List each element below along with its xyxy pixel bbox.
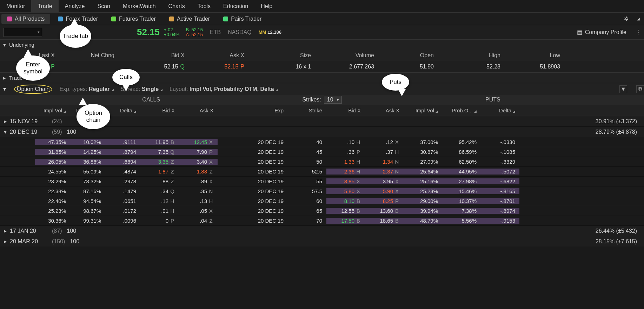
underlying-header: Last XNet ChngBid XAsk XSizeVolumeOpenHi… <box>0 50 644 61</box>
tab-label: Futures Trader <box>119 16 156 22</box>
tab-icon <box>169 17 174 21</box>
option-row[interactable]: 23.29%73.32%.2978.88Z.89X20 DEC 19553.85… <box>0 176 644 186</box>
tab-futures-trader[interactable]: Futures Trader <box>106 14 161 24</box>
option-row[interactable]: 24.55%55.09%.48741.87Z1.88Z20 DEC 1952.5… <box>0 166 644 176</box>
callout-calls: Calls <box>112 69 140 86</box>
menu-marketwatch[interactable]: MarketWatch <box>117 0 162 12</box>
chevron-down-icon: ▾ <box>2 42 7 48</box>
underlying-row: 52.15P 52.15Q 52.15P 16 x 1 2,677,263 51… <box>0 61 644 72</box>
callout-trade-tab: Trade tab <box>60 25 91 48</box>
calls-label: CALLS <box>0 97 302 103</box>
puts-label: PUTS <box>342 97 644 103</box>
option-row[interactable]: 26.05%36.86%.66943.35Z3.40X20 DEC 19501.… <box>0 157 644 166</box>
option-chain-label: Option Chain <box>14 85 52 94</box>
menu-scan[interactable]: Scan <box>91 0 116 12</box>
collapse-all-icon[interactable]: ▼ <box>619 85 627 93</box>
option-row[interactable]: 22.38%87.16%.1479.34Q.35N20 DEC 1957.55.… <box>0 186 644 196</box>
chevron-down-icon[interactable]: ▾ <box>2 86 7 92</box>
bid-ask-mini: B: 52.15 A: 52.15 <box>186 27 203 37</box>
chevron-right-icon: ▸ <box>2 75 7 81</box>
menu-charts[interactable]: Charts <box>162 0 191 12</box>
mm-badge: MM±2.186 <box>259 29 281 35</box>
tab-pairs-trader[interactable]: Pairs Trader <box>218 14 267 24</box>
menu-trade[interactable]: Trade <box>31 0 58 12</box>
gear-icon[interactable]: ✲ <box>620 15 633 22</box>
option-row[interactable]: 30.36%99.31%.00960P.04Z20 DEC 197017.50B… <box>0 216 644 225</box>
popout-icon[interactable]: ⧉ <box>636 85 644 93</box>
menu-tools[interactable]: Tools <box>191 0 217 12</box>
expiration-row[interactable]: ▸20 MAR 20(150)10028.15% (±7.615) <box>0 236 644 246</box>
strikes-label: Strikes: <box>302 97 321 103</box>
profile-icon: ▤ <box>577 29 582 35</box>
tab-label: Pairs Trader <box>231 16 261 22</box>
option-chain-controls: ▾ Option Chain Exp. types: Regular◢ Spre… <box>0 83 644 95</box>
sub-toolbar: All ProductsForex TraderFutures TraderAc… <box>0 13 644 25</box>
tab-icon <box>58 17 63 21</box>
price-change: +.02+0.04% <box>164 27 179 37</box>
menu-education[interactable]: Education <box>217 0 254 12</box>
option-row[interactable]: 47.35%10.02%.911111.95B12.45X20 DEC 1940… <box>0 137 644 147</box>
expand-icon[interactable]: ◢ <box>633 17 644 21</box>
symbol-input[interactable] <box>4 28 42 37</box>
company-profile-button[interactable]: ▤ Company Profile <box>571 29 633 35</box>
etb-badge: ETB <box>210 29 221 35</box>
callout-enter-symbol: Enter symbol <box>16 55 50 81</box>
strikes-selector[interactable]: 10▾ <box>324 96 342 104</box>
last-price: 52.15 <box>137 27 160 38</box>
calls-puts-header: CALLS Strikes: 10▾ PUTS <box>0 95 644 105</box>
layout-selector[interactable]: Layout: Impl Vol, Probability OTM, Delta… <box>170 86 278 92</box>
tab-label: Active Trader <box>177 16 210 22</box>
exp-types-selector[interactable]: Exp. types: Regular◢ <box>59 86 113 92</box>
tab-icon <box>111 17 116 21</box>
more-icon[interactable]: ⋮ <box>633 29 644 35</box>
section-trade[interactable]: ▸ Trade <box>0 72 644 83</box>
menu-analyze[interactable]: Analyze <box>59 0 91 12</box>
tab-active-trader[interactable]: Active Trader <box>164 14 215 24</box>
main-menubar: MonitorTradeAnalyzeScanMarketWatchCharts… <box>0 0 644 13</box>
section-underlying[interactable]: ▾ Underlying <box>0 39 644 50</box>
tab-icon <box>223 17 228 21</box>
callout-option-chain: Option chain <box>77 104 110 129</box>
quote-bar: 52.15 +.02+0.04% B: 52.15 A: 52.15 ETB N… <box>0 25 644 39</box>
tab-icon <box>7 17 12 21</box>
option-row[interactable]: 25.23%98.67%.0172.01H.05X20 DEC 196512.5… <box>0 206 644 216</box>
option-row[interactable]: 22.40%94.54%.0651.12H.13H20 DEC 19608.10… <box>0 196 644 206</box>
tab-label: All Products <box>15 16 45 22</box>
menu-monitor[interactable]: Monitor <box>0 0 31 12</box>
exchange-label: NASDAQ <box>228 29 252 35</box>
menu-help[interactable]: Help <box>254 0 279 12</box>
expiration-row[interactable]: ▸17 JAN 20(87)10026.44% (±5.432) <box>0 225 644 236</box>
callout-puts: Puts <box>382 74 409 91</box>
option-row[interactable]: 31.85%14.25%.87947.35Q7.90P20 DEC 1945.3… <box>0 147 644 157</box>
tab-all-products[interactable]: All Products <box>1 14 50 24</box>
